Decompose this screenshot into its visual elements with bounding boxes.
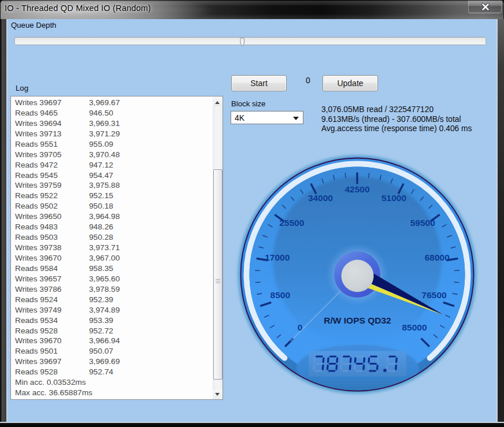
svg-text:85000: 85000 <box>402 322 427 332</box>
svg-text:42500: 42500 <box>344 184 369 194</box>
svg-text:68000: 68000 <box>425 253 450 262</box>
svg-text:51000: 51000 <box>381 193 406 203</box>
svg-text:R/W IOPS QD32: R/W IOPS QD32 <box>324 315 391 325</box>
svg-text:59500: 59500 <box>410 217 435 227</box>
svg-text:17000: 17000 <box>265 253 290 262</box>
svg-text:8500: 8500 <box>270 290 290 300</box>
svg-text:76500: 76500 <box>422 290 447 300</box>
svg-text:0: 0 <box>298 322 303 332</box>
svg-text:25500: 25500 <box>279 217 304 227</box>
svg-text:34000: 34000 <box>308 193 333 203</box>
